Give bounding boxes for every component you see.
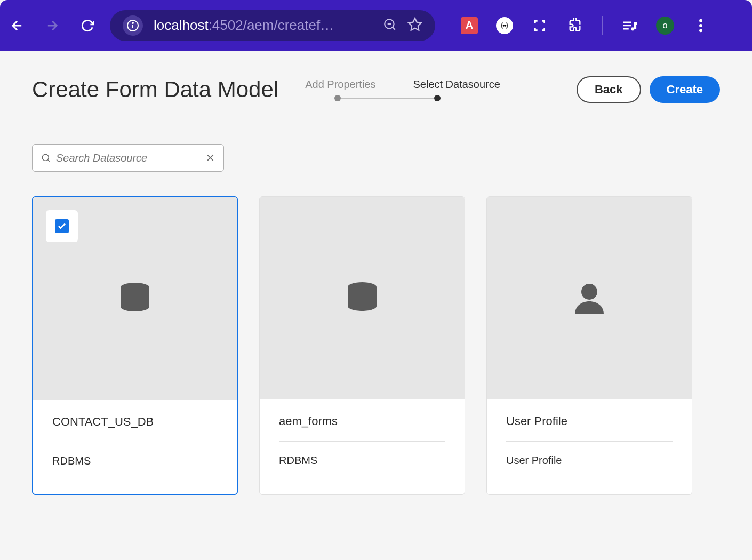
card-body: User Profile User Profile <box>487 399 692 482</box>
search-input[interactable] <box>56 152 206 164</box>
page-header: Create Form Data Model Add Properties Se… <box>32 76 720 119</box>
svg-point-8 <box>505 25 506 26</box>
card-title: User Profile <box>506 414 673 428</box>
nav-buttons <box>10 18 95 33</box>
page-content: Create Form Data Model Add Properties Se… <box>0 51 752 521</box>
back-button[interactable]: Back <box>577 76 641 103</box>
svg-point-12 <box>699 29 702 32</box>
divider <box>602 16 603 35</box>
card-divider <box>52 442 218 442</box>
card-subtitle: User Profile <box>506 454 673 467</box>
card-divider <box>506 441 673 442</box>
profile-avatar[interactable]: o <box>656 17 674 35</box>
search-icon <box>41 153 51 163</box>
svg-point-13 <box>42 154 49 161</box>
database-icon <box>116 279 154 318</box>
card-thumbnail <box>33 197 237 400</box>
search-container: ✕ <box>32 144 720 172</box>
forward-nav-icon[interactable] <box>45 18 60 33</box>
datasource-card[interactable]: User Profile User Profile <box>486 196 692 495</box>
zoom-icon[interactable] <box>383 18 397 34</box>
card-body: aem_forms RDBMS <box>260 399 465 482</box>
datasource-card[interactable]: aem_forms RDBMS <box>259 196 465 495</box>
svg-line-14 <box>47 159 49 161</box>
card-title: CONTACT_US_DB <box>52 415 218 429</box>
card-thumbnail <box>487 197 692 399</box>
datasource-cards: CONTACT_US_DB RDBMS aem_forms RDBMS <box>32 196 720 495</box>
json-extension-icon[interactable] <box>496 17 513 34</box>
wizard-step-1-dot[interactable] <box>334 95 341 101</box>
url-bar[interactable]: localhost:4502/aem/createf… <box>110 10 435 41</box>
chrome-menu-icon[interactable] <box>692 17 709 34</box>
svg-point-10 <box>699 19 702 22</box>
database-icon <box>343 279 381 317</box>
checkbox-checked-icon <box>55 219 69 233</box>
card-thumbnail <box>260 197 465 399</box>
svg-point-7 <box>503 25 505 26</box>
card-subtitle: RDBMS <box>279 454 445 467</box>
reload-icon[interactable] <box>80 18 95 33</box>
svg-marker-6 <box>409 18 421 30</box>
header-actions: Back Create <box>577 76 720 103</box>
svg-point-11 <box>699 24 702 27</box>
wizard-line <box>341 98 434 99</box>
browser-chrome: localhost:4502/aem/createf… A o <box>0 0 752 51</box>
fullscreen-icon[interactable] <box>531 17 548 34</box>
card-divider <box>279 441 445 442</box>
adobe-extension-icon[interactable]: A <box>461 17 478 34</box>
back-nav-icon[interactable] <box>10 18 25 33</box>
user-icon <box>570 279 609 317</box>
url-text: localhost:4502/aem/createf… <box>154 17 372 34</box>
create-button[interactable]: Create <box>650 76 720 103</box>
svg-point-17 <box>581 284 597 300</box>
wizard-step-2-dot[interactable] <box>434 95 441 101</box>
svg-point-2 <box>132 22 133 23</box>
page-title: Create Form Data Model <box>32 77 278 102</box>
wizard-step-2-label: Select Datasource <box>413 78 500 91</box>
bookmark-star-icon[interactable] <box>407 17 422 34</box>
wizard-steps: Add Properties Select Datasource <box>305 78 577 101</box>
music-queue-icon[interactable] <box>621 17 638 34</box>
card-subtitle: RDBMS <box>52 455 218 467</box>
search-clear-icon[interactable]: ✕ <box>206 151 215 164</box>
card-checkbox-wrap[interactable] <box>46 210 78 242</box>
card-title: aem_forms <box>279 414 445 428</box>
wizard-step-1-label: Add Properties <box>305 78 375 91</box>
chrome-extension-icons: A o <box>461 16 709 35</box>
svg-line-4 <box>393 27 395 30</box>
search-box[interactable]: ✕ <box>32 144 224 172</box>
site-info-icon[interactable] <box>123 15 143 36</box>
card-body: CONTACT_US_DB RDBMS <box>33 400 237 482</box>
datasource-card[interactable]: CONTACT_US_DB RDBMS <box>32 196 238 495</box>
extensions-icon[interactable] <box>566 17 583 34</box>
